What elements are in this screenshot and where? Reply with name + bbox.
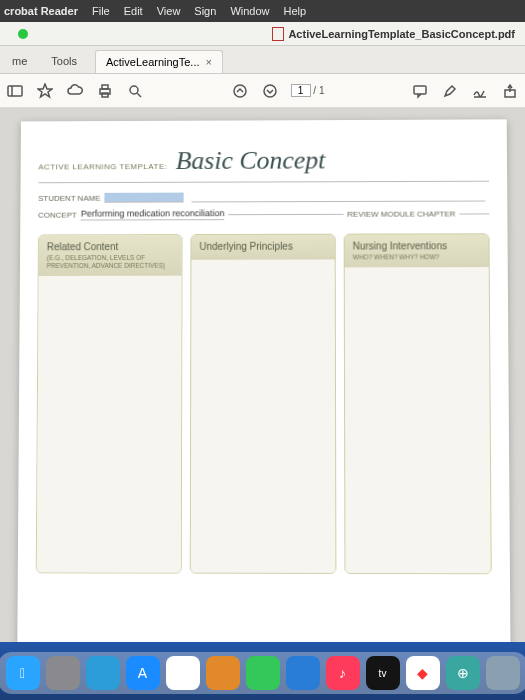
- document-viewport[interactable]: ACTIVE LEARNING TEMPLATE: Basic Concept …: [0, 108, 525, 642]
- column-title: Underlying Principles: [199, 241, 326, 252]
- template-prefix: ACTIVE LEARNING TEMPLATE:: [38, 162, 167, 171]
- svg-line-7: [137, 93, 141, 97]
- search-icon[interactable]: [126, 82, 144, 100]
- menu-sign[interactable]: Sign: [194, 5, 216, 17]
- dock-app-safari[interactable]: [86, 656, 120, 690]
- menu-help[interactable]: Help: [284, 5, 307, 17]
- menu-edit[interactable]: Edit: [124, 5, 143, 17]
- dock-app-settings[interactable]: ⊕: [446, 656, 480, 690]
- page-down-icon[interactable]: [261, 82, 279, 100]
- pdf-page: ACTIVE LEARNING TEMPLATE: Basic Concept …: [16, 119, 510, 642]
- student-name-row: STUDENT NAME: [38, 192, 489, 203]
- column-subtitle: (E.G., DELEGATION, LEVELS OF PREVENTION,…: [46, 254, 173, 270]
- svg-rect-10: [414, 86, 426, 94]
- cloud-icon[interactable]: [66, 82, 84, 100]
- column-underlying-principles: Underlying Principles: [189, 234, 336, 574]
- dock-app-launchpad[interactable]: [46, 656, 80, 690]
- window-titlebar: ActiveLearningTemplate_BasicConcept.pdf: [0, 22, 525, 46]
- svg-rect-5: [102, 93, 108, 97]
- traffic-light-green[interactable]: [18, 29, 28, 39]
- svg-point-9: [264, 85, 276, 97]
- nav-home[interactable]: me: [0, 49, 39, 73]
- svg-point-6: [130, 86, 138, 94]
- column-subtitle: WHO? WHEN? WHY? HOW?: [352, 253, 480, 261]
- highlight-icon[interactable]: [441, 82, 459, 100]
- comment-icon[interactable]: [411, 82, 429, 100]
- student-name-value: [104, 193, 183, 203]
- template-title: Basic Concept: [175, 146, 325, 175]
- svg-rect-0: [8, 86, 22, 96]
- close-icon[interactable]: ×: [206, 56, 212, 68]
- star-icon[interactable]: [36, 82, 54, 100]
- review-module-label: REVIEW MODULE CHAPTER: [347, 209, 455, 218]
- dock-app-other[interactable]: [486, 656, 520, 690]
- macos-menubar: crobat Reader File Edit View Sign Window…: [0, 0, 525, 22]
- desktop-strip: 􀀀 A ✿ ♪ tv ◆ ⊕: [0, 642, 525, 700]
- dock-app-tv[interactable]: tv: [366, 656, 400, 690]
- svg-point-8: [234, 85, 246, 97]
- dock-app-finder[interactable]: 􀀀: [6, 656, 40, 690]
- svg-rect-4: [102, 85, 108, 89]
- concept-value: Performing medication reconciliation: [80, 208, 224, 220]
- column-title: Nursing Interventions: [352, 240, 480, 251]
- nav-tools[interactable]: Tools: [39, 49, 89, 73]
- svg-marker-2: [38, 84, 52, 97]
- page-up-icon[interactable]: [231, 82, 249, 100]
- student-name-label: STUDENT NAME: [38, 193, 100, 202]
- share-icon[interactable]: [501, 82, 519, 100]
- menu-window[interactable]: Window: [230, 5, 269, 17]
- dock-app-browser[interactable]: [286, 656, 320, 690]
- document-tabbar: me Tools ActiveLearningTe... ×: [0, 46, 525, 74]
- page-total: 1: [319, 85, 325, 96]
- column-related-content: Related Content (E.G., DELEGATION, LEVEL…: [35, 234, 182, 574]
- menu-view[interactable]: View: [157, 5, 181, 17]
- tab-label: ActiveLearningTe...: [106, 56, 200, 68]
- concept-row: CONCEPT Performing medication reconcilia…: [38, 207, 489, 220]
- page-current-input[interactable]: [291, 84, 311, 97]
- sidebar-toggle-icon[interactable]: [6, 82, 24, 100]
- dock-app-music[interactable]: ♪: [326, 656, 360, 690]
- menu-file[interactable]: File: [92, 5, 110, 17]
- app-name: crobat Reader: [4, 5, 78, 17]
- content-columns: Related Content (E.G., DELEGATION, LEVEL…: [35, 233, 491, 574]
- column-nursing-interventions: Nursing Interventions WHO? WHEN? WHY? HO…: [343, 233, 491, 574]
- window-filename: ActiveLearningTemplate_BasicConcept.pdf: [288, 28, 515, 40]
- column-title: Related Content: [46, 241, 173, 252]
- macos-dock: 􀀀 A ✿ ♪ tv ◆ ⊕: [0, 652, 525, 694]
- dock-app-messages[interactable]: [246, 656, 280, 690]
- dock-app-photos[interactable]: ✿: [166, 656, 200, 690]
- page-indicator: / 1: [291, 84, 325, 97]
- dock-app-shortcuts[interactable]: ◆: [406, 656, 440, 690]
- tab-active-document[interactable]: ActiveLearningTe... ×: [95, 50, 223, 73]
- pdf-icon: [272, 27, 284, 41]
- pdf-toolbar: / 1: [0, 74, 525, 108]
- concept-label: CONCEPT: [38, 210, 77, 219]
- dock-app-mail[interactable]: [206, 656, 240, 690]
- print-icon[interactable]: [96, 82, 114, 100]
- dock-app-appstore[interactable]: A: [126, 656, 160, 690]
- sign-icon[interactable]: [471, 82, 489, 100]
